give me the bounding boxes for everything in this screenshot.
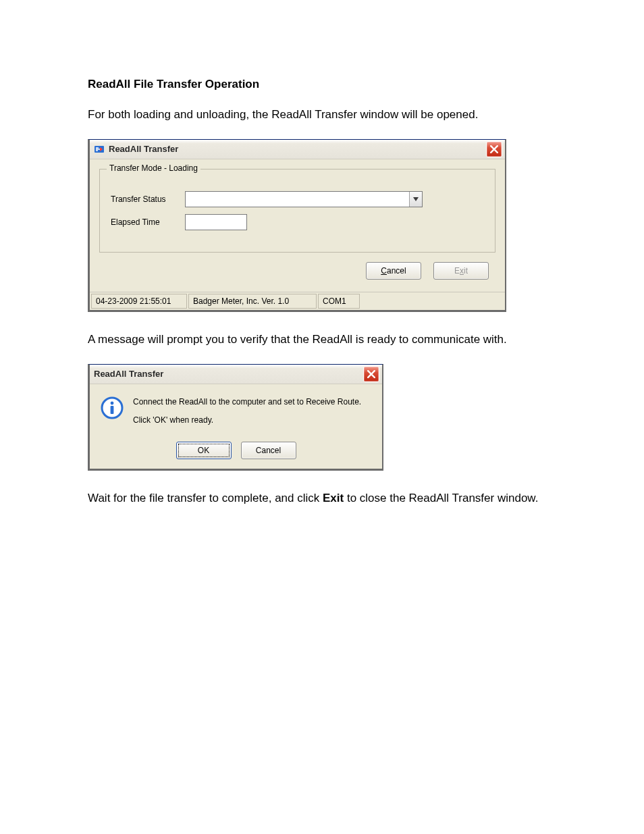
messagebox-body: Connect the ReadAll to the computer and … xyxy=(90,384,382,469)
window-body: Transfer Mode - Loading Transfer Status … xyxy=(90,159,505,292)
app-icon xyxy=(94,144,105,155)
window-title: ReadAll Transfer xyxy=(109,144,486,154)
message-line: Click 'OK' when ready. xyxy=(133,413,361,428)
readall-transfer-window: ReadAll Transfer Transfer Mode - Loading… xyxy=(88,139,506,312)
chevron-down-icon xyxy=(413,197,419,201)
titlebar: ReadAll Transfer xyxy=(90,365,382,384)
elapsed-time-label: Elapsed Time xyxy=(111,217,185,227)
transfer-status-label: Transfer Status xyxy=(111,194,185,204)
message-line: Connect the ReadAll to the computer and … xyxy=(133,395,361,410)
status-spacer xyxy=(361,294,504,307)
fieldset-legend: Transfer Mode - Loading xyxy=(107,163,200,173)
paragraph: Wait for the file transfer to complete, … xyxy=(88,491,556,506)
status-timestamp: 04-23-2009 21:55:01 xyxy=(91,294,187,309)
close-icon xyxy=(490,145,498,153)
elapsed-time-row: Elapsed Time xyxy=(111,214,484,230)
button-row: Cancel Exit xyxy=(99,262,495,280)
message-text: Connect the ReadAll to the computer and … xyxy=(133,395,361,432)
info-icon xyxy=(101,396,124,419)
transfer-status-combo[interactable] xyxy=(185,191,423,207)
status-bar: 04-23-2009 21:55:01 Badger Meter, Inc. V… xyxy=(90,292,505,310)
svg-rect-3 xyxy=(111,406,114,414)
svg-point-2 xyxy=(111,401,114,405)
titlebar: ReadAll Transfer xyxy=(90,140,505,159)
transfer-status-row: Transfer Status xyxy=(111,191,484,207)
transfer-mode-fieldset: Transfer Mode - Loading Transfer Status … xyxy=(99,169,495,253)
ok-button[interactable]: OK xyxy=(176,442,232,459)
close-button[interactable] xyxy=(486,141,502,157)
paragraph: A message will prompt you to verify that… xyxy=(88,332,556,348)
exit-button[interactable]: Exit xyxy=(433,262,489,280)
cancel-button[interactable]: Cancel xyxy=(241,442,296,459)
section-heading: ReadAll File Transfer Operation xyxy=(88,78,556,91)
status-version: Badger Meter, Inc. Ver. 1.0 xyxy=(188,294,317,309)
cancel-button[interactable]: Cancel xyxy=(366,262,421,280)
document-page: ReadAll File Transfer Operation For both… xyxy=(0,0,644,834)
readall-transfer-messagebox: ReadAll Transfer Connect the ReadAll to … xyxy=(88,364,383,471)
paragraph: For both loading and unloading, the Read… xyxy=(88,107,556,123)
close-icon xyxy=(367,370,375,378)
close-button[interactable] xyxy=(363,366,379,382)
messagebox-button-row: OK Cancel xyxy=(101,442,371,459)
elapsed-time-field[interactable] xyxy=(185,214,247,230)
window-title: ReadAll Transfer xyxy=(94,369,363,379)
combo-value xyxy=(186,192,409,207)
status-port: COM1 xyxy=(318,294,360,309)
combo-arrow-button[interactable] xyxy=(409,192,422,207)
